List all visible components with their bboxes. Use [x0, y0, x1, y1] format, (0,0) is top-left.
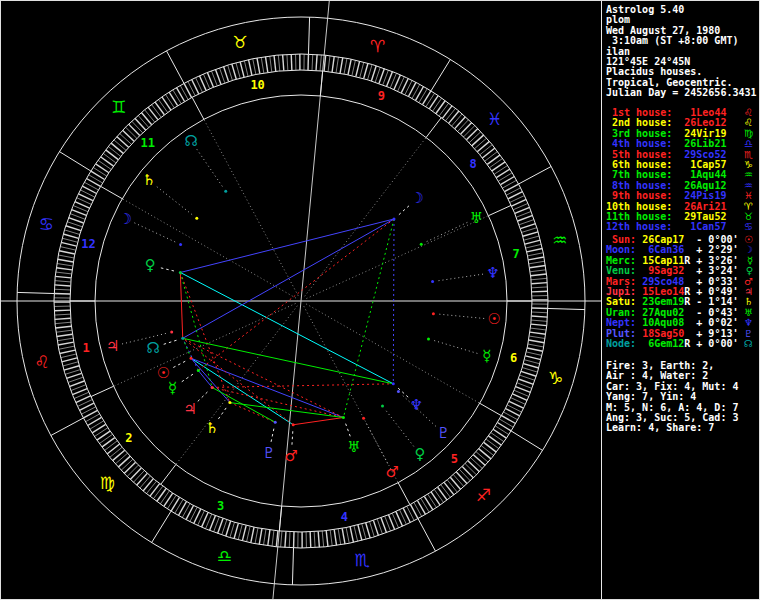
house-value: 26Aqu12 [672, 180, 726, 191]
position-dot-venu [381, 405, 384, 408]
planet-glyph-mars: ♂ [386, 463, 399, 481]
house-cusp-line-6 [306, 304, 480, 403]
aspect-dot-node [181, 337, 184, 340]
planet-label: Mars: [606, 276, 636, 287]
sign-boundary-1 [308, 17, 309, 54]
planet-position-list: Sun: 26Cap17 - 0°00'☉Moon: 6Can36 + 2°29… [606, 235, 757, 349]
position-dot-node [224, 190, 227, 193]
sign-boundary-6 [152, 511, 171, 542]
sign-boundary-2 [167, 51, 185, 84]
planet-motion: + 9°13' [690, 328, 738, 339]
planet-label: Nept: [606, 317, 636, 328]
aspect-line-moon-node [183, 219, 394, 338]
house-number-11: 11 [140, 136, 154, 150]
planet-glyph-satu: ♄ [142, 171, 155, 189]
planet-motion: + 3°26' [690, 255, 738, 266]
aspect-line-sun-satu [191, 358, 230, 402]
house-label: 9th house: [606, 190, 672, 201]
planet-glyph-uran: ♅ [470, 209, 483, 227]
house-value: 26Ari21 [672, 201, 726, 212]
position-dot-plut [397, 390, 400, 393]
house-value: 26Leo12 [672, 117, 726, 128]
zodiac-sign-icon-scorpio: ♏ [354, 550, 369, 570]
house-label: 1st house: [606, 107, 672, 118]
aspect-dot-plut [274, 421, 277, 424]
planet-house-glyph-nept: ♆ [410, 396, 423, 414]
info-panel: Astrolog 5.40plomWed August 27, 1980 3:1… [601, 1, 759, 599]
planet-motion: + 0°00' [690, 338, 738, 349]
aspect-line-venu-node [180, 272, 182, 338]
sign-boundary-3 [59, 152, 90, 171]
stats-line-3: Yang: 7, Yin: 4 [606, 392, 738, 402]
planet-house-glyph-mars: ♂ [285, 447, 298, 465]
planet-house-glyph-satu: ♄ [205, 419, 218, 437]
sign-boundary-8 [418, 519, 436, 552]
planet-house-glyph-moon: ☽ [411, 189, 424, 207]
planet-label: Node: [606, 338, 636, 349]
house-cusp-line-8 [306, 216, 488, 299]
house-label: 2nd house: [606, 117, 672, 128]
house-label: 4th house: [606, 138, 672, 149]
house-number-5: 5 [451, 452, 458, 466]
zodiac-sign-icon-leo: ♌ [34, 352, 49, 372]
position-dot-nept [431, 280, 434, 283]
planet-motion: - 0°00' [690, 234, 738, 245]
planet-house-glyph-uran: ♅ [347, 438, 360, 456]
house-number-6: 6 [510, 351, 517, 365]
house-label: 7th house: [606, 169, 672, 180]
planet-motion: + 0°49' [690, 286, 738, 297]
chart-header: Astrolog 5.40plomWed August 27, 1980 3:1… [606, 5, 757, 99]
aspect-line-jupi-nept [212, 384, 393, 388]
natal-wheel-area: ♈♉♊♋♌♍♎♏♐♑♒♓123456789101112☉☉☽☽☿☿♀♀♂♂♃♃♄… [1, 1, 601, 599]
planet-label: Merc: [606, 255, 636, 266]
planet-value: 9Sag32 [636, 265, 684, 276]
pointer-outer-nept [436, 274, 483, 281]
house-division-11 [192, 97, 204, 119]
pointer-outer-merc [431, 340, 477, 354]
planet-glyph-icon: ♆ [744, 318, 753, 328]
pointer-inner-satu [218, 407, 226, 418]
sign-boundary-10 [548, 308, 585, 309]
house-number-4: 4 [341, 510, 348, 524]
planet-glyph-plut: ♇ [436, 424, 449, 442]
meridian-cusp-line-10 [301, 1, 344, 301]
house-division-5 [398, 483, 410, 505]
planet-value: 18Sag50 [636, 328, 684, 339]
aspect-line-venu-nept [180, 272, 393, 383]
pointer-outer-venu [384, 408, 413, 446]
house-value: 1Can57 [672, 221, 726, 232]
aspect-dot-sun [190, 357, 193, 360]
house-cusp-line-12 [122, 199, 296, 298]
house-label: 8th house: [606, 180, 672, 191]
house-row-12: 12th house: 1Can57♋ [606, 222, 757, 232]
planet-value: 15Leo14 [636, 286, 684, 297]
aspect-dot-mars [292, 423, 295, 426]
house-division-8 [489, 205, 512, 215]
house-sign-icon: ♓ [744, 191, 753, 201]
planet-glyph-icon: ☊ [744, 339, 753, 349]
planet-value: 6Can36 [636, 244, 684, 255]
pointer-inner-moon [399, 206, 410, 215]
planet-value: 29Sco48 [636, 276, 684, 287]
zodiac-sign-icon-pisces: ♓ [487, 109, 502, 129]
zodiac-sign-icon-virgo: ♍ [100, 473, 115, 493]
house-value: 24Pis19 [672, 190, 726, 201]
zodiac-sign-icon-aquarius: ♒ [552, 230, 567, 250]
pointer-outer-sun [436, 314, 484, 319]
house-number-2: 2 [125, 431, 132, 445]
planet-motion: - 0°43' [690, 307, 738, 318]
pointer-outer-uran [424, 222, 467, 243]
planet-motion: + 0°33' [690, 276, 738, 287]
planet-value: 15Cap11 [636, 255, 684, 266]
pointer-inner-mars [292, 431, 293, 445]
aspect-dot-venu [179, 271, 182, 274]
zodiac-sign-icon-gemini: ♊ [111, 97, 126, 117]
planet-glyph-moon: ☽ [119, 210, 132, 228]
pointer-outer-moon [134, 223, 177, 243]
aspect-line-venu-satu [180, 272, 230, 402]
sign-boundary-4 [17, 292, 54, 293]
sign-boundary-7 [292, 548, 293, 585]
house-cusp-list: 1st house: 1Leo44♌ 2nd house: 26Leo12♌ 3… [606, 108, 757, 233]
aspect-dot-nept [392, 382, 395, 385]
pointer-inner-venu [161, 268, 175, 271]
